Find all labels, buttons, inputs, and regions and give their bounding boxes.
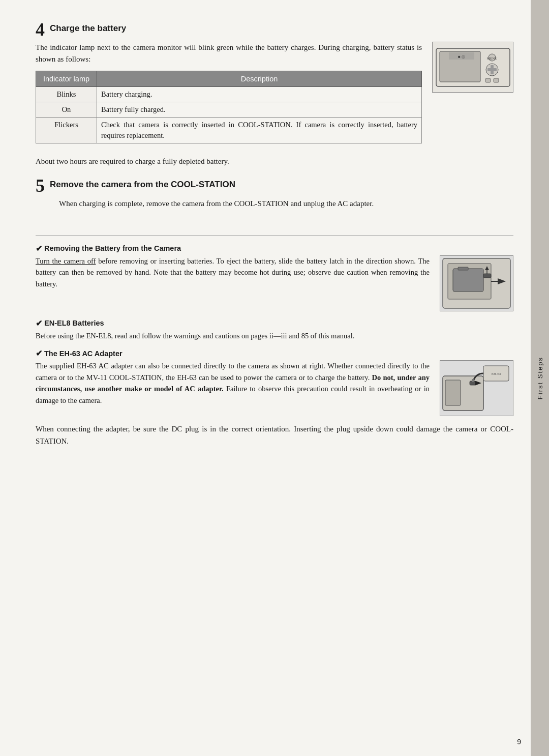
note2-title: EN-EL8 Batteries xyxy=(44,319,104,327)
note1-check-icon: ✔ xyxy=(36,244,42,253)
sidebar-label: First Steps xyxy=(536,357,544,399)
lamp-desc-on: Battery fully charged. xyxy=(97,102,422,117)
svg-rect-20 xyxy=(445,380,461,405)
step-4-title: Charge the battery xyxy=(50,20,126,34)
step-4-number: 4 xyxy=(36,20,45,39)
svg-rect-14 xyxy=(458,267,468,270)
note3-text: The supplied EH-63 AC adapter can also b… xyxy=(36,360,430,406)
note2-text: Before using the EN-EL8, read and follow… xyxy=(36,330,513,341)
adapter-image: EH-63 xyxy=(440,360,513,416)
note3-text-col: The supplied EH-63 AC adapter can also b… xyxy=(36,360,430,406)
lamp-status-blinks: Blinks xyxy=(36,86,97,102)
note2-title-container: ✔ EN-EL8 Batteries xyxy=(36,318,513,328)
camera-top-diagram: MENU ■ ◎ xyxy=(432,42,513,93)
svg-rect-7 xyxy=(485,78,491,82)
table-row: Blinks Battery charging. xyxy=(36,86,422,102)
svg-rect-24 xyxy=(472,379,474,382)
step-4-section: 4 Charge the battery The indicator lamp … xyxy=(36,20,513,150)
note1-title: Removing the Battery from the Camera xyxy=(44,244,181,252)
step-5-number: 5 xyxy=(36,177,45,195)
note1-text-before: Turn the camera off xyxy=(36,257,96,265)
svg-rect-6 xyxy=(487,68,497,71)
table-col2-header: Description xyxy=(97,71,422,86)
camera-top-image: MENU ■ ◎ xyxy=(432,42,513,93)
step-4-body: The indicator lamp next to the camera mo… xyxy=(36,42,513,150)
step-4-header: 4 Charge the battery xyxy=(36,20,513,39)
note1-content: Turn the camera off before removing or i… xyxy=(36,255,513,311)
note2-check-icon: ✔ xyxy=(36,318,42,328)
lamp-desc-blinks: Battery charging. xyxy=(97,86,422,102)
step-4-body-text: The indicator lamp next to the camera mo… xyxy=(36,43,422,63)
note-en-el8: ✔ EN-EL8 Batteries Before using the EN-E… xyxy=(36,318,513,341)
step-5-section: 5 Remove the camera from the COOL-STATIO… xyxy=(36,177,513,210)
note3-text-normal: The supplied EH-63 AC adapter can also b… xyxy=(36,362,430,381)
step-5-header: 5 Remove the camera from the COOL-STATIO… xyxy=(36,177,513,195)
step-5-title: Remove the camera from the COOL-STATION xyxy=(50,177,235,190)
step-5-text: When charging is complete, remove the ca… xyxy=(59,199,374,208)
note3-title: The EH-63 AC Adapter xyxy=(44,350,123,358)
note3-title-container: ✔ The EH-63 AC Adapter xyxy=(36,348,513,358)
page: 4 Charge the battery The indicator lamp … xyxy=(0,0,549,756)
note3-content: The supplied EH-63 AC adapter can also b… xyxy=(36,360,513,416)
about-charge-text: About two hours are required to charge a… xyxy=(36,156,513,167)
note3-check-icon: ✔ xyxy=(36,348,42,358)
svg-rect-8 xyxy=(494,78,499,82)
table-col1-header: Indicator lamp xyxy=(36,71,97,86)
step-4-text: The indicator lamp next to the camera mo… xyxy=(36,42,422,150)
section-divider xyxy=(36,235,513,236)
lamp-status-on: On xyxy=(36,102,97,117)
sidebar: First Steps xyxy=(531,0,549,756)
table-row: On Battery fully charged. xyxy=(36,102,422,117)
svg-rect-16 xyxy=(483,274,491,278)
page-number: 9 xyxy=(517,738,521,746)
step-5-body: When charging is complete, remove the ca… xyxy=(59,198,513,210)
svg-text:■ ◎: ■ ◎ xyxy=(458,54,465,59)
table-row: Flickers Check that camera is correctly … xyxy=(36,118,422,143)
battery-removal-image xyxy=(440,255,513,311)
indicator-lamp-table: Indicator lamp Description Blinks Batter… xyxy=(36,71,422,144)
note-eh63: ✔ The EH-63 AC Adapter The supplied EH-6… xyxy=(36,348,513,416)
lamp-status-flickers: Flickers xyxy=(36,118,97,143)
svg-text:EH-63: EH-63 xyxy=(492,372,501,376)
note1-title-container: ✔ Removing the Battery from the Camera xyxy=(36,244,513,253)
note1-text: Turn the camera off before removing or i… xyxy=(36,255,430,289)
lamp-desc-flickers: Check that camera is correctly inserted … xyxy=(97,118,422,143)
bottom-text: When connecting the adapter, be sure the… xyxy=(36,423,513,447)
note1-text-col: Turn the camera off before removing or i… xyxy=(36,255,430,289)
svg-rect-13 xyxy=(453,269,483,292)
svg-text:MENU: MENU xyxy=(486,56,497,61)
note-removing-battery: ✔ Removing the Battery from the Camera T… xyxy=(36,244,513,311)
